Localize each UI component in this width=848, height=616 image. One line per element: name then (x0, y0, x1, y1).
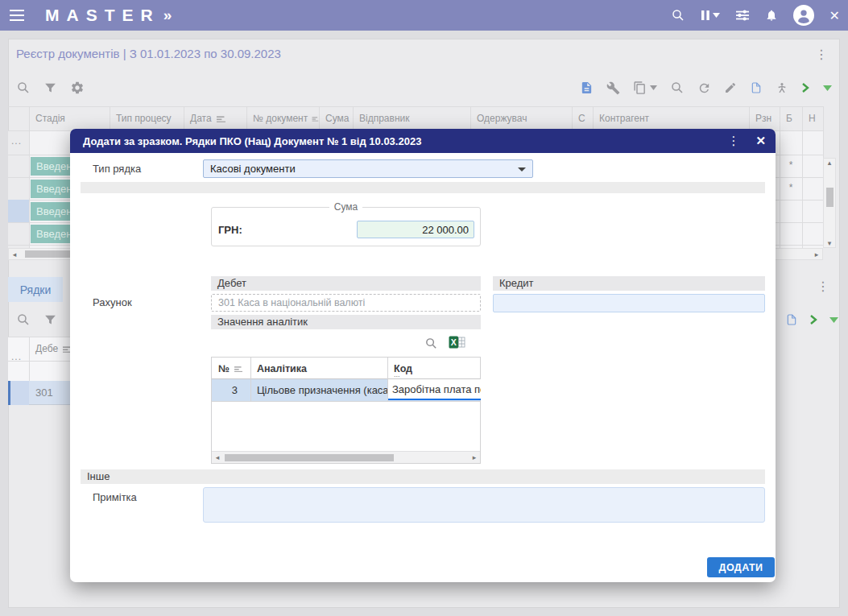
caret-down-green-icon[interactable] (829, 317, 838, 323)
avatar[interactable] (793, 5, 814, 26)
dropdown-caret-icon (518, 167, 526, 172)
lines-row-debit-cell[interactable]: 301 (35, 381, 53, 405)
analytics-table: № Аналітика Код ... 3 Цільове призначенн… (211, 357, 481, 464)
row-type-label: Тип рядка (93, 163, 141, 175)
sum-group: Сума ГРН: (211, 201, 481, 246)
close-app-icon[interactable]: ✕ (829, 8, 840, 23)
chevron-right-icon[interactable] (801, 83, 810, 93)
registry-toolbar-left (16, 81, 85, 95)
refresh-icon[interactable] (697, 81, 711, 95)
note-label: Примітка (93, 491, 137, 503)
search-icon[interactable] (16, 312, 31, 327)
selected-row-marker[interactable] (8, 200, 29, 222)
section-separator (81, 182, 765, 193)
col-header-s[interactable]: С (572, 106, 593, 130)
pause-menu-button[interactable] (701, 10, 720, 21)
col-header-process-type[interactable]: Тип процесу (110, 106, 184, 130)
logo-chevrons: » (163, 6, 172, 24)
col-header-sender[interactable]: Відправник (353, 106, 470, 130)
pencil-icon[interactable] (724, 81, 737, 94)
sum-legend: Сума (329, 201, 362, 213)
scroll-left-icon[interactable]: ◂ (212, 453, 223, 461)
col-header-b[interactable]: Б (780, 106, 802, 130)
search-icon[interactable] (670, 81, 685, 95)
row-type-value: Касові документи (210, 163, 296, 175)
col-header-sum[interactable]: Сума (319, 106, 353, 130)
copy-menu-button[interactable] (633, 81, 657, 95)
dialog-titlebar[interactable]: Додати за зразком. Рядки ПКО (Нац) Докум… (70, 129, 776, 153)
credit-account-field[interactable] (493, 294, 765, 312)
filter-icon[interactable] (43, 81, 57, 95)
analytics-row[interactable]: 3 Цільове призначення (каса) Заробітна п… (212, 379, 480, 402)
amount-input[interactable] (357, 221, 474, 238)
person-route-icon[interactable] (776, 81, 788, 95)
lines-kebab-menu-icon[interactable]: ⋮ (817, 280, 829, 293)
scroll-down-icon[interactable]: ▾ (828, 239, 832, 247)
analytics-h-scrollbar[interactable]: ◂ ▸ (212, 451, 480, 463)
top-app-bar: MASTER » ✕ (0, 0, 848, 31)
b-flag: * (780, 159, 802, 171)
col-header-n[interactable]: Н (802, 106, 823, 130)
document-outline-icon[interactable] (785, 312, 798, 327)
hamburger-menu-icon[interactable] (10, 10, 24, 21)
scroll-right-icon[interactable]: ▸ (811, 250, 822, 258)
col-header-date[interactable]: Дата (184, 106, 246, 130)
b-flag: * (780, 182, 802, 193)
registry-toolbar-right (580, 81, 832, 95)
col-header-stage[interactable]: Стадія (29, 106, 110, 130)
copy-icon (633, 81, 647, 95)
scroll-up-icon[interactable]: ▴ (828, 159, 832, 167)
scrollbar-thumb[interactable] (225, 454, 394, 461)
col-header-num[interactable]: № (212, 358, 250, 379)
sort-icon (216, 114, 226, 123)
analytics-table-header: № Аналітика Код ... (212, 358, 480, 379)
col-header-debit[interactable]: Дебе (35, 337, 72, 361)
registry-selector-column (8, 130, 29, 248)
debit-header: Дебет (211, 276, 481, 291)
app-logo: MASTER (45, 6, 160, 25)
wrench-icon[interactable] (606, 81, 620, 95)
col-header-rzn[interactable]: Рзн (749, 106, 780, 130)
search-icon[interactable] (671, 8, 685, 23)
gear-icon[interactable] (70, 81, 85, 95)
search-icon[interactable] (16, 81, 31, 95)
code-header-more: ... (394, 371, 400, 378)
chevron-right-icon[interactable] (809, 315, 818, 325)
search-icon[interactable] (424, 337, 438, 350)
selected-row-selector[interactable] (10, 381, 29, 405)
dialog-kebab-menu-icon[interactable]: ⋮ (727, 134, 739, 148)
dialog-close-icon[interactable]: ✕ (755, 134, 766, 148)
page-kebab-menu-icon[interactable]: ⋮ (815, 48, 828, 61)
document-outline-icon[interactable] (750, 81, 763, 95)
filter-icon[interactable] (43, 313, 57, 327)
col-header-doc-number[interactable]: № документ (246, 106, 319, 130)
col-header-receiver[interactable]: Одержувач (470, 106, 572, 130)
scrollbar-thumb[interactable] (826, 188, 834, 207)
add-button[interactable]: ДОДАТИ (707, 557, 775, 577)
debit-account-field: 301 Каса в національній валюті (211, 294, 481, 312)
analytics-row-analytics[interactable]: Цільове призначення (каса) (250, 379, 387, 402)
row-more-indicator: ... (11, 135, 22, 147)
col-header-analytics[interactable]: Аналітика (250, 358, 387, 379)
svg-text:X: X (451, 337, 457, 347)
analytics-row-num[interactable]: 3 (212, 379, 244, 402)
lines-toolbar-left (16, 312, 57, 327)
note-textarea[interactable] (203, 487, 765, 523)
bell-icon[interactable] (765, 8, 778, 23)
scroll-left-icon[interactable]: ◂ (9, 250, 20, 258)
caret-down-green-icon[interactable] (823, 85, 832, 91)
caret-down-icon (650, 85, 657, 90)
tab-lines[interactable]: Рядки (8, 277, 63, 302)
scroll-right-icon[interactable]: ▸ (469, 453, 480, 461)
dialog-title: Додати за зразком. Рядки ПКО (Нац) Докум… (83, 135, 421, 147)
col-header-code[interactable]: Код (387, 358, 482, 379)
sort-icon (312, 114, 319, 123)
row-type-dropdown[interactable]: Касові документи (203, 159, 533, 178)
account-label: Рахунок (93, 296, 132, 308)
analytics-row-code-editing-cell[interactable]: Заробітна плата пото (387, 379, 481, 400)
excel-export-icon[interactable]: X (449, 334, 465, 350)
document-lines-icon[interactable] (580, 81, 594, 95)
col-header-counterparty[interactable]: Контрагент (593, 106, 749, 130)
tune-icon[interactable] (735, 9, 750, 22)
registry-v-scrollbar[interactable]: ▴ ▾ (823, 158, 836, 248)
